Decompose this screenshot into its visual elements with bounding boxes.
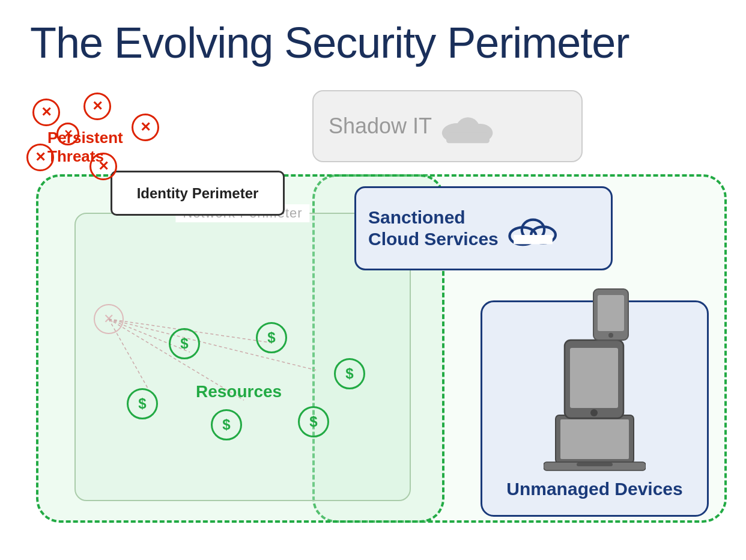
page-title: The Evolving Security Perimeter [0, 0, 746, 73]
resources-label: Resources [196, 382, 282, 401]
shadow-it-label: Shadow IT [329, 114, 432, 139]
threat-x-1: ✕ [32, 99, 60, 126]
threat-x-3: ✕ [132, 114, 159, 141]
svg-rect-17 [570, 348, 618, 408]
resource-icon-3: $ [334, 358, 365, 389]
svg-rect-8 [446, 132, 490, 143]
persistent-threats-label: PersistentThreats [47, 129, 123, 166]
svg-rect-20 [560, 419, 629, 459]
svg-point-18 [590, 409, 598, 416]
svg-point-15 [608, 333, 613, 338]
resource-icon-5: $ [211, 409, 242, 440]
sanctioned-cloud-box: SanctionedCloud Services [354, 186, 613, 270]
resource-icon-2: $ [256, 322, 287, 353]
threat-x-2: ✕ [83, 93, 111, 120]
tablet-icon [590, 286, 635, 343]
svg-rect-14 [598, 295, 624, 331]
unmanaged-devices-box: Unmanaged Devices [481, 300, 709, 517]
sanctioned-cloud-icon [508, 210, 559, 246]
svg-rect-12 [514, 235, 553, 244]
resource-icon-6: $ [298, 406, 329, 437]
persistent-threats-area: ✕ ✕ ✕ ✕ ✕ ✕ PersistentThreats [20, 93, 189, 213]
unmanaged-devices-label: Unmanaged Devices [506, 478, 682, 500]
shadow-it-cloud-icon [441, 108, 495, 144]
diagram-area: Network Perimeter ✕ $ $ $ $ $ [18, 78, 727, 547]
threat-icon-faded: ✕ [94, 304, 124, 334]
sanctioned-label: SanctionedCloud Services [368, 207, 499, 250]
svg-rect-22 [577, 463, 613, 466]
shadow-it-box: Shadow IT [312, 90, 583, 162]
laptop-icon [544, 412, 646, 472]
resource-icon-1: $ [169, 328, 200, 359]
devices-icons [482, 274, 707, 472]
resource-icon-4: $ [127, 388, 158, 419]
large-tablet-icon [562, 337, 628, 421]
